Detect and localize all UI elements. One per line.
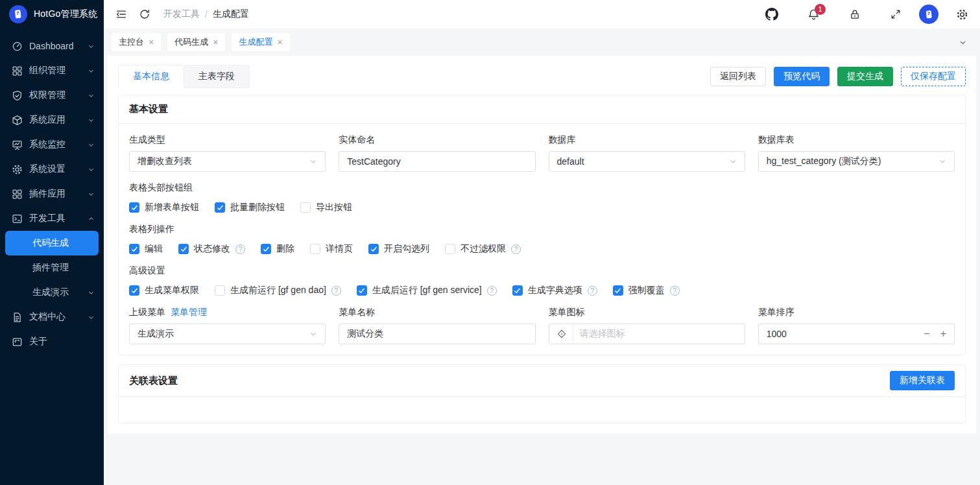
- chevron-down-icon: [88, 191, 95, 198]
- sidebar-item-permission[interactable]: 权限管理: [0, 83, 104, 108]
- sidebar: HotGo管理系统 Dashboard 组织管理 权限管理 系统应用 系统监控: [0, 0, 104, 485]
- fullscreen-icon[interactable]: [890, 8, 902, 20]
- basic-settings-card: 基本设置 生成类型 增删改查列表 实体命名: [118, 95, 966, 355]
- user-avatar[interactable]: [919, 5, 938, 24]
- main-area: 开发工具 / 生成配置 1: [104, 0, 980, 485]
- menu-sort-number-input[interactable]: 1000 − +: [758, 324, 955, 344]
- chevron-down-icon: [309, 330, 317, 338]
- field-label-row: 上级菜单 菜单管理: [129, 307, 326, 318]
- lock-icon[interactable]: [849, 8, 861, 20]
- table-header-buttons-group: 表格头部按钮组 新增表单按钮 批量删除按钮: [129, 182, 955, 213]
- sidebar-item-plugin-app[interactable]: 插件应用: [0, 182, 104, 206]
- sidebar-item-system-app[interactable]: 系统应用: [0, 108, 104, 132]
- sidebar-item-system-monitor[interactable]: 系统监控: [0, 132, 104, 157]
- menu-icon-picker[interactable]: 请选择图标: [549, 324, 745, 344]
- relation-card-body: [119, 397, 965, 423]
- parent-menu-select[interactable]: 生成演示: [129, 324, 326, 344]
- submit-generate-button[interactable]: 提交生成: [837, 67, 893, 86]
- tab-basic-info[interactable]: 基本信息: [118, 65, 184, 88]
- preview-code-button[interactable]: 预览代码: [774, 67, 830, 86]
- checkbox[interactable]: [215, 285, 225, 296]
- checkbox[interactable]: [129, 285, 139, 296]
- tab-code-generation[interactable]: 代码生成 ×: [167, 33, 225, 51]
- notification-bell-icon[interactable]: 1: [807, 8, 820, 21]
- tab-console[interactable]: 主控台 ×: [112, 33, 161, 51]
- add-relation-table-button[interactable]: 新增关联表: [890, 371, 955, 390]
- db-table-select[interactable]: hg_test_category (测试分类): [758, 151, 955, 172]
- select-value: hg_test_category (测试分类): [767, 156, 881, 167]
- help-icon[interactable]: ?: [588, 286, 597, 296]
- sidebar-item-generation-demo[interactable]: 生成演示: [0, 280, 104, 305]
- sidebar-item-doc-center[interactable]: 文档中心: [0, 305, 104, 329]
- checkbox-row: 编辑 状态修改 ? 删除: [129, 243, 955, 255]
- checkbox-option: 强制覆盖 ?: [613, 285, 680, 296]
- sidebar-item-code-generation[interactable]: 代码生成: [5, 231, 99, 255]
- close-icon[interactable]: ×: [213, 38, 218, 47]
- sidebar-item-organization[interactable]: 组织管理: [0, 58, 104, 83]
- checkbox[interactable]: [261, 244, 271, 254]
- github-icon[interactable]: [765, 8, 778, 21]
- content-card: 基本信息 主表字段 返回列表 预览代码 提交生成 仅保存配置 基本设置: [108, 56, 976, 434]
- action-buttons: 返回列表 预览代码 提交生成 仅保存配置: [710, 67, 966, 86]
- entity-name-input[interactable]: TestCategory: [339, 151, 535, 172]
- sidebar-item-about[interactable]: 关于: [0, 329, 104, 354]
- checkbox[interactable]: [445, 244, 455, 254]
- field-label: 生成类型: [129, 134, 326, 146]
- sidebar-item-label: 权限管理: [29, 89, 66, 101]
- close-icon[interactable]: ×: [149, 38, 154, 47]
- sidebar-item-plugin-management[interactable]: 插件管理: [0, 255, 104, 280]
- sidebar-item-dev-tools[interactable]: 开发工具: [0, 206, 104, 231]
- checkbox-row: 生成菜单权限 生成前运行 [gf gen dao] ? 生成后运行 [gf ge…: [129, 285, 955, 296]
- input-value: 测试分类: [347, 328, 383, 340]
- checkbox-option: 批量删除按钮: [215, 202, 285, 213]
- minus-button[interactable]: −: [924, 329, 929, 339]
- tab-generation-config[interactable]: 生成配置 ×: [232, 33, 289, 51]
- sidebar-item-label: 插件应用: [29, 188, 66, 200]
- help-icon[interactable]: ?: [487, 286, 497, 296]
- chevron-down-icon[interactable]: [959, 38, 972, 47]
- checkbox[interactable]: [368, 244, 379, 254]
- tab-label: 生成配置: [239, 36, 272, 48]
- tab-main-table-fields[interactable]: 主表字段: [184, 65, 250, 88]
- checkbox[interactable]: [300, 202, 311, 213]
- checkbox[interactable]: [310, 244, 320, 254]
- breadcrumb-section[interactable]: 开发工具: [163, 8, 200, 20]
- checkbox[interactable]: [129, 244, 139, 254]
- checkbox[interactable]: [512, 285, 523, 296]
- refresh-icon[interactable]: [139, 8, 150, 20]
- checkbox-option: 编辑: [129, 243, 163, 255]
- settings-gear-icon[interactable]: [956, 8, 968, 21]
- sidebar-item-system-settings[interactable]: 系统设置: [0, 157, 104, 182]
- monitor-icon: [12, 139, 23, 150]
- help-icon[interactable]: ?: [670, 286, 680, 296]
- checkbox[interactable]: [178, 244, 189, 254]
- field-entity-name: 实体命名 TestCategory: [339, 134, 535, 172]
- gen-type-select[interactable]: 增删改查列表: [129, 151, 326, 172]
- close-icon[interactable]: ×: [277, 38, 282, 47]
- breadcrumb-separator: /: [205, 9, 208, 19]
- help-icon[interactable]: ?: [331, 286, 341, 296]
- menu-fold-icon[interactable]: [115, 8, 127, 20]
- database-select[interactable]: default: [549, 151, 745, 172]
- help-icon[interactable]: ?: [235, 244, 245, 254]
- checkbox[interactable]: [215, 202, 225, 213]
- menu-name-input[interactable]: 测试分类: [339, 324, 535, 344]
- checkbox-label: 开启勾选列: [384, 243, 429, 255]
- group-label: 表格列操作: [129, 224, 955, 235]
- field-label: 数据库表: [758, 134, 955, 146]
- checkbox[interactable]: [613, 285, 623, 296]
- input-placeholder: 请选择图标: [580, 328, 625, 340]
- chevron-down-icon: [729, 158, 737, 165]
- checkbox[interactable]: [357, 285, 367, 296]
- save-config-only-button[interactable]: 仅保存配置: [901, 67, 966, 86]
- chevron-down-icon: [88, 67, 95, 75]
- chevron-down-icon: [88, 141, 95, 148]
- sidebar-item-dashboard[interactable]: Dashboard: [0, 34, 104, 58]
- checkbox-option: 开启勾选列: [368, 243, 429, 255]
- back-to-list-button[interactable]: 返回列表: [710, 67, 766, 86]
- help-icon[interactable]: ?: [511, 244, 521, 254]
- app-logo[interactable]: HotGo管理系统: [0, 0, 104, 29]
- menu-management-link[interactable]: 菜单管理: [171, 307, 207, 318]
- checkbox[interactable]: [129, 202, 139, 213]
- plus-button[interactable]: +: [940, 329, 946, 339]
